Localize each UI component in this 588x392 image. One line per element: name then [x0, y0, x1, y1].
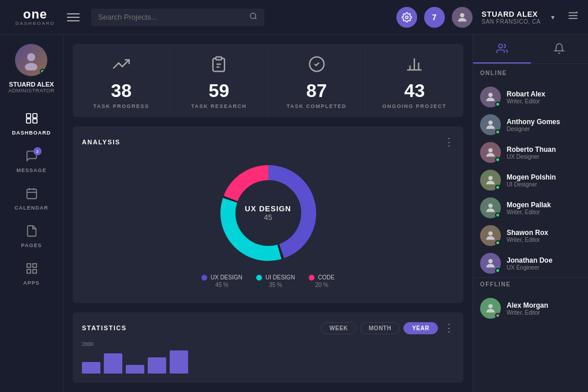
statistics-header: STATISTICS WEEK MONTH YEAR ⋮: [82, 322, 454, 334]
task-research-icon: [210, 55, 227, 77]
user-item[interactable]: Alex Morgan Writer, Editor: [473, 294, 588, 322]
sidebar-item-pages[interactable]: PAGES: [0, 218, 63, 255]
donut-center-title: UX DESIGN: [245, 204, 291, 213]
stat-card-ongoing-project: 43 ONGOING PROJECT: [366, 44, 463, 117]
bar-2: [104, 353, 122, 374]
analysis-header: ANALYSIS ⋮: [82, 136, 454, 148]
message-icon: 3: [25, 150, 38, 165]
y-axis-label: 2000: [82, 341, 454, 347]
user-status-dot: [495, 212, 500, 218]
user-item[interactable]: Roberto Thuan UX Designer: [473, 139, 588, 166]
stat-number-research: 59: [209, 81, 230, 100]
donut-chart: UX DESIGN 45: [216, 161, 320, 265]
legend-name-code: CODE: [318, 274, 335, 281]
user-avatar: [480, 225, 501, 246]
sidebar-profile: STUARD ALEX ADMINISTRATOR: [8, 44, 54, 94]
user-info-right: Anthony Gomes Designer: [507, 118, 560, 132]
sidebar-item-dashboard[interactable]: DASHBOARD: [0, 105, 63, 143]
svg-point-40: [488, 259, 492, 263]
body-wrap: STUARD ALEX ADMINISTRATOR DASHBOARD 3 ME…: [0, 35, 588, 392]
svg-point-3: [460, 13, 464, 17]
user-avatar: [480, 253, 501, 274]
analysis-dots-menu[interactable]: ⋮: [444, 136, 454, 148]
gear-button[interactable]: [396, 7, 417, 28]
user-menu-chevron[interactable]: ▾: [551, 13, 555, 21]
user-item-role: Writer, Editor: [507, 98, 545, 104]
statistics-dots-menu[interactable]: ⋮: [444, 322, 454, 334]
online-user-list: Robart Alex Writer, Editor Anthony Gomes…: [473, 83, 588, 392]
user-item-name: Roberto Thuan: [507, 145, 556, 154]
svg-point-2: [405, 16, 408, 18]
header-menu-icon[interactable]: [567, 10, 579, 24]
panel-tab-notifications[interactable]: [531, 35, 589, 64]
user-avatar: [480, 114, 501, 135]
analysis-title: ANALYSIS: [82, 139, 121, 145]
user-location: SAN FRANSICO, CA: [482, 18, 541, 25]
user-item-name: Mogen Polshin: [507, 173, 556, 181]
user-item-name: Alex Morgan: [507, 301, 548, 309]
sidebar-item-apps[interactable]: APPS: [0, 255, 63, 293]
svg-rect-18: [27, 264, 30, 267]
panel-tabs: [473, 35, 588, 64]
svg-point-34: [488, 93, 492, 97]
tab-year[interactable]: YEAR: [403, 322, 438, 334]
donut-center-num: 45: [245, 213, 291, 222]
offline-label: OFFLINE: [480, 281, 581, 288]
logo-sub: DASHBOARD: [16, 21, 55, 26]
svg-rect-14: [27, 189, 36, 199]
user-item[interactable]: Jonathan Doe UX Engineer: [473, 249, 588, 277]
hamburger-menu[interactable]: [67, 13, 80, 21]
user-item[interactable]: Mogen Pallak Writer, Editor: [473, 194, 588, 222]
svg-point-36: [488, 148, 492, 152]
legend-item-ux: UX DESIGN 45 %: [201, 274, 242, 288]
sidebar-item-message[interactable]: 3 MESSAGE: [0, 143, 63, 180]
svg-point-39: [488, 232, 492, 236]
user-status-dot: [495, 102, 500, 107]
svg-rect-12: [26, 119, 30, 123]
stat-label-completed: TASK COMPLETED: [287, 103, 347, 109]
logo-area: one DASHBOARD: [9, 8, 61, 26]
search-input[interactable]: [98, 13, 246, 21]
user-item[interactable]: Shawon Rox Writer, Editor: [473, 222, 588, 249]
svg-point-8: [27, 53, 35, 61]
panel-tab-people[interactable]: [473, 35, 531, 64]
user-item[interactable]: Robart Alex Writer, Editor: [473, 83, 588, 111]
user-item-role: Designer: [507, 126, 560, 132]
user-info-right: Mogen Pallak Writer, Editor: [507, 201, 551, 215]
user-item-role: Writer, Editor: [507, 237, 548, 243]
sidebar-label-message: MESSAGE: [16, 167, 46, 173]
user-info-right: Shawon Rox Writer, Editor: [507, 229, 548, 243]
tab-month[interactable]: MONTH: [360, 322, 400, 334]
user-info-right: Mogen Polshin UI Designer: [507, 173, 556, 188]
header-right: 7 STUARD ALEX SAN FRANSICO, CA ▾: [396, 7, 579, 28]
sidebar-label-pages: PAGES: [21, 242, 42, 248]
legend-dot-label-ux: UX DESIGN: [201, 274, 242, 281]
sidebar-avatar: [15, 44, 47, 76]
user-info-right: Roberto Thuan UX Designer: [507, 145, 556, 160]
statistics-tabs: WEEK MONTH YEAR: [321, 322, 438, 334]
message-badge: 3: [33, 147, 42, 155]
user-status-dot: [495, 240, 500, 245]
user-info: STUARD ALEX SAN FRANSICO, CA: [482, 10, 541, 25]
svg-rect-10: [26, 114, 30, 118]
legend-dot-label-code: CODE: [309, 274, 335, 281]
header: one DASHBOARD 7 STUARD ALEX SAN FRANSICO…: [0, 0, 588, 35]
user-item[interactable]: Anthony Gomes Designer: [473, 111, 588, 139]
dashboard-icon: [25, 112, 38, 128]
sidebar: STUARD ALEX ADMINISTRATOR DASHBOARD 3 ME…: [0, 35, 63, 392]
user-info-right: Jonathan Doe UX Engineer: [507, 256, 552, 271]
search-bar: [91, 9, 264, 26]
svg-line-7: [576, 12, 578, 13]
sidebar-item-calendar[interactable]: CALENDAR: [0, 180, 63, 218]
legend-item-code: CODE 20 %: [309, 274, 335, 288]
legend-pct-ui: 35 %: [269, 282, 282, 288]
notification-count-button[interactable]: 7: [424, 7, 445, 28]
chart-area: UX DESIGN 45 UX DESIGN 45 %: [82, 155, 454, 294]
user-item[interactable]: Mogen Polshin UI Designer: [473, 166, 588, 194]
user-item-role: UX Engineer: [507, 264, 552, 271]
user-info-right: Alex Morgan Writer, Editor: [507, 301, 548, 316]
user-item-name: Shawon Rox: [507, 229, 548, 237]
user-avatar-button[interactable]: [452, 7, 473, 28]
user-item-role: Writer, Editor: [507, 209, 551, 215]
tab-week[interactable]: WEEK: [321, 322, 357, 334]
